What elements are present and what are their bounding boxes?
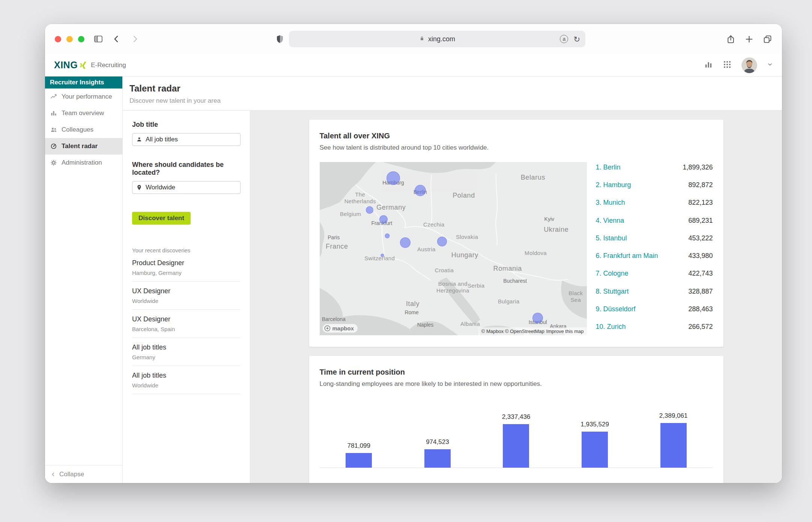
address-bar[interactable]: xing.com a ↻ xyxy=(289,31,585,47)
new-tab-icon[interactable] xyxy=(744,34,754,44)
city-marker[interactable] xyxy=(379,215,388,224)
recent-discovery-item[interactable]: UX Designer Barcelona, Spain xyxy=(132,310,241,338)
europe-map[interactable]: The NetherlandsBelgiumParisFranceGermany… xyxy=(320,162,587,335)
city-row: 6. Frankfurt am Main 433,980 xyxy=(596,252,713,260)
city-count: 453,222 xyxy=(688,234,713,242)
city-marker[interactable] xyxy=(386,171,400,185)
chevron-down-icon[interactable] xyxy=(767,62,773,69)
person-icon xyxy=(136,136,142,142)
lock-icon xyxy=(419,35,425,43)
tab-overview-icon[interactable] xyxy=(763,34,772,44)
sidebar-item-label: Administration xyxy=(62,159,102,166)
avatar[interactable] xyxy=(741,57,757,73)
recent-discovery-location: Worldwide xyxy=(132,382,241,388)
url-text: xing.com xyxy=(428,35,455,43)
discover-talent-button[interactable]: Discover talent xyxy=(132,212,191,225)
city-link[interactable]: 2. Hamburg xyxy=(596,181,631,189)
city-row: 1. Berlin 1,899,326 xyxy=(596,164,713,171)
mapbox-logo[interactable]: mapbox xyxy=(323,324,358,333)
bar xyxy=(582,432,608,468)
city-marker[interactable] xyxy=(415,185,426,196)
city-link[interactable]: 10. Zurich xyxy=(596,323,626,331)
chevron-left-icon xyxy=(51,472,56,477)
bar-column: 781,099 xyxy=(320,397,398,468)
city-row: 2. Hamburg 892,872 xyxy=(596,181,713,189)
bar-value-label: 2,389,061 xyxy=(659,412,688,420)
mapbox-logo-text: mapbox xyxy=(332,325,354,332)
city-link[interactable]: 6. Frankfurt am Main xyxy=(596,252,658,260)
performance-icon xyxy=(50,93,57,100)
colleagues-icon xyxy=(50,126,57,134)
close-window-button[interactable] xyxy=(55,36,61,42)
bar xyxy=(503,424,529,468)
city-link[interactable]: 9. Düsseldorf xyxy=(596,305,636,313)
browser-toolbar: xing.com a ↻ xyxy=(45,24,782,54)
city-row: 4. Vienna 689,231 xyxy=(596,217,713,225)
location-input[interactable]: Worldwide xyxy=(132,181,241,194)
city-row: 3. Munich 822,123 xyxy=(596,199,713,207)
city-count: 266,572 xyxy=(688,323,713,331)
chart-card-subtitle: Long-standing employees are more likely … xyxy=(320,380,713,388)
city-marker[interactable] xyxy=(437,237,447,246)
sidebar-item-colleagues[interactable]: Colleagues xyxy=(45,122,122,138)
city-count: 328,887 xyxy=(688,288,713,296)
sidebar: Recruiter Insights Your performance Team… xyxy=(45,76,123,483)
sidebar-item-talent-radar[interactable]: Talent radar xyxy=(45,138,122,154)
city-link[interactable]: 7. Cologne xyxy=(596,270,629,278)
sidebar-toggle-icon[interactable] xyxy=(93,34,103,44)
recent-discoveries-list: Product Designer Hamburg, Germany UX Des… xyxy=(132,254,241,394)
job-title-input[interactable]: All job titles xyxy=(132,133,241,146)
apps-grid-icon[interactable] xyxy=(723,60,732,70)
city-marker[interactable] xyxy=(532,313,543,323)
minimize-window-button[interactable] xyxy=(66,36,73,42)
city-link[interactable]: 8. Stuttgart xyxy=(596,288,629,296)
recent-discovery-item[interactable]: All job titles Germany xyxy=(132,338,241,366)
sidebar-item-your-performance[interactable]: Your performance xyxy=(45,88,122,105)
pin-icon xyxy=(136,184,142,190)
city-link[interactable]: 5. Istanbul xyxy=(596,234,627,242)
team-icon xyxy=(50,110,57,117)
city-link[interactable]: 4. Vienna xyxy=(596,217,624,225)
privacy-shield-icon[interactable] xyxy=(275,34,284,44)
city-marker[interactable] xyxy=(385,233,390,238)
recent-discovery-item[interactable]: All job titles Worldwide xyxy=(132,366,241,394)
city-count: 433,980 xyxy=(688,252,713,260)
share-icon[interactable] xyxy=(726,34,735,44)
xing-logo[interactable]: XING xyxy=(54,60,87,70)
city-row: 5. Istanbul 453,222 xyxy=(596,234,713,242)
sidebar-item-administration[interactable]: Administration xyxy=(45,154,122,171)
stats-icon[interactable] xyxy=(704,60,713,70)
xing-logo-mark xyxy=(79,61,87,69)
reload-icon[interactable]: ↻ xyxy=(573,35,580,43)
collapse-button[interactable]: Collapse xyxy=(45,465,122,483)
city-count: 892,872 xyxy=(688,181,713,189)
improve-map-link[interactable]: Improve this map xyxy=(546,328,584,334)
city-link[interactable]: 1. Berlin xyxy=(596,164,621,171)
city-marker[interactable] xyxy=(380,254,384,257)
recent-discovery-location: Hamburg, Germany xyxy=(132,270,241,276)
city-count: 1,899,326 xyxy=(683,164,713,171)
city-count: 822,123 xyxy=(688,199,713,207)
zoom-window-button[interactable] xyxy=(78,36,84,42)
product-name: E-Recruiting xyxy=(91,62,126,69)
translate-icon[interactable]: a xyxy=(560,35,568,43)
page-title: Talent radar xyxy=(129,83,773,94)
city-row: 9. Düsseldorf 288,463 xyxy=(596,305,713,313)
bar xyxy=(660,423,687,468)
page-subtitle: Discover new talent in your area xyxy=(129,97,773,105)
recent-discovery-item[interactable]: Product Designer Hamburg, Germany xyxy=(132,254,241,282)
city-row: 10. Zurich 266,572 xyxy=(596,323,713,331)
city-link[interactable]: 3. Munich xyxy=(596,199,625,207)
city-row: 7. Cologne 422,743 xyxy=(596,270,713,278)
bar xyxy=(346,453,372,468)
back-button[interactable] xyxy=(112,34,121,44)
forward-button[interactable] xyxy=(130,34,139,44)
talent-card: Talent all over XING See how talent is d… xyxy=(309,120,723,347)
city-ranking-list: 1. Berlin 1,899,326 2. Hamburg 892,872 xyxy=(596,162,713,335)
recent-discovery-item[interactable]: UX Designer Worldwide xyxy=(132,282,241,310)
city-marker[interactable] xyxy=(366,206,373,214)
city-marker[interactable] xyxy=(400,237,411,248)
sidebar-item-team-overview[interactable]: Team overview xyxy=(45,105,122,122)
recent-discovery-location: Barcelona, Spain xyxy=(132,326,241,332)
bar-column: 974,523 xyxy=(398,397,477,468)
